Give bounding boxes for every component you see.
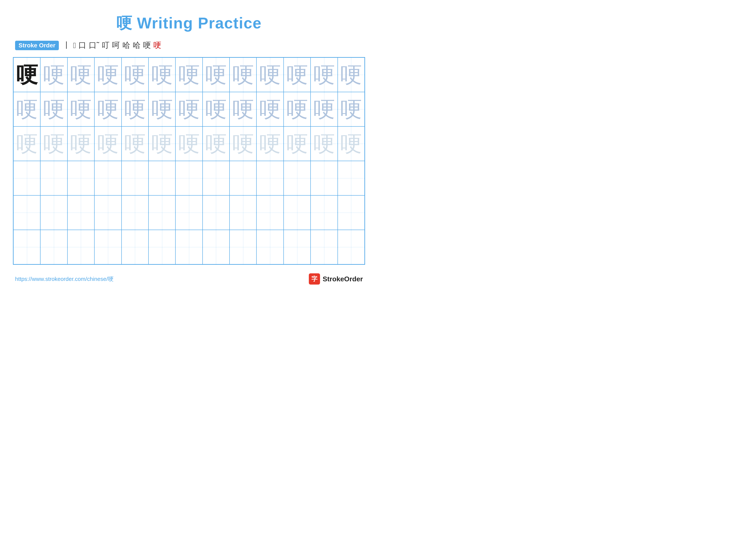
stroke-1: 丨 [63,40,70,51]
grid-cell[interactable]: 哽 [310,92,338,126]
brand-icon: 字 [309,273,320,285]
grid-cell[interactable] [202,195,230,230]
grid-cell[interactable] [14,161,40,195]
practice-grid: 哽哽哽哽哽哽哽哽哽哽哽哽哽哽哽哽哽哽哽哽哽哽哽哽哽哽哽哽哽哽哽哽哽哽哽哽哽哽哽 [13,57,365,265]
grid-cell[interactable] [148,195,176,230]
stroke-9: 哽 [143,40,151,51]
grid-cell[interactable]: 哽 [202,58,230,92]
grid-cell[interactable] [230,230,256,264]
grid-cell[interactable] [230,195,256,230]
grid-cell[interactable] [338,230,364,264]
stroke-order-row: Stroke Order 丨 𠃑 口 口˜ 叮 呵 哈 哈 哽 哽 [13,40,365,51]
grid-cell[interactable]: 哽 [256,92,284,126]
grid-cell[interactable] [14,230,40,264]
grid-cell[interactable]: 哽 [14,92,40,126]
grid-cell[interactable]: 哽 [122,92,148,126]
grid-cell[interactable] [202,161,230,195]
footer-url[interactable]: https://www.strokeorder.com/chinese/哽 [15,275,114,283]
grid-cell[interactable]: 哽 [94,58,121,92]
grid-cell[interactable]: 哽 [40,126,67,161]
grid-cell[interactable]: 哽 [148,126,176,161]
stroke-3: 口 [78,40,86,51]
grid-cell[interactable] [176,161,202,195]
grid-cell[interactable] [94,230,121,264]
grid-cell[interactable]: 哽 [122,126,148,161]
grid-cell[interactable] [40,161,67,195]
brand-name: StrokeOrder [323,275,363,283]
grid-cell[interactable]: 哽 [256,126,284,161]
grid-cell[interactable] [256,161,284,195]
footer: https://www.strokeorder.com/chinese/哽 字 … [13,273,365,285]
grid-cell[interactable]: 哽 [40,92,67,126]
grid-cell[interactable]: 哽 [176,126,202,161]
stroke-10-final: 哽 [153,40,161,51]
grid-cell[interactable]: 哽 [148,92,176,126]
page-title: 哽 Writing Practice [13,13,365,34]
stroke-sequence: 丨 𠃑 口 口˜ 叮 呵 哈 哈 哽 哽 [63,40,161,51]
grid-cell[interactable]: 哽 [68,58,94,92]
grid-cell[interactable] [338,195,364,230]
grid-cell[interactable] [40,195,67,230]
grid-cell[interactable]: 哽 [256,58,284,92]
stroke-order-badge: Stroke Order [15,41,59,50]
grid-cell[interactable]: 哽 [202,126,230,161]
grid-cell[interactable] [202,230,230,264]
grid-cell[interactable] [338,161,364,195]
grid-cell[interactable] [284,230,310,264]
grid-cell[interactable] [310,230,338,264]
grid-cell[interactable] [310,161,338,195]
grid-cell[interactable] [176,195,202,230]
grid-cell[interactable]: 哽 [122,58,148,92]
grid-cell[interactable]: 哽 [68,126,94,161]
grid-cell[interactable]: 哽 [94,92,121,126]
grid-cell[interactable] [310,195,338,230]
grid-cell[interactable]: 哽 [176,92,202,126]
grid-cell[interactable]: 哽 [68,92,94,126]
grid-cell[interactable] [148,161,176,195]
grid-cell[interactable] [68,161,94,195]
grid-cell[interactable]: 哽 [310,58,338,92]
grid-cell[interactable]: 哽 [148,58,176,92]
footer-brand: 字 StrokeOrder [309,273,363,285]
stroke-7: 哈 [122,40,130,51]
grid-cell[interactable]: 哽 [338,58,364,92]
grid-cell[interactable]: 哽 [230,58,256,92]
grid-cell[interactable] [68,230,94,264]
stroke-2: 𠃑 [73,41,76,50]
grid-cell[interactable]: 哽 [202,92,230,126]
grid-cell[interactable] [94,195,121,230]
grid-cell[interactable]: 哽 [230,92,256,126]
grid-cell[interactable]: 哽 [14,58,40,92]
grid-cell[interactable]: 哽 [284,126,310,161]
grid-cell[interactable]: 哽 [338,126,364,161]
grid-cell[interactable] [68,195,94,230]
grid-cell[interactable] [94,161,121,195]
stroke-4: 口˜ [89,40,99,51]
grid-cell[interactable] [176,230,202,264]
grid-cell[interactable]: 哽 [176,58,202,92]
stroke-8: 哈 [133,40,141,51]
stroke-6: 呵 [112,40,120,51]
grid-cell[interactable] [284,195,310,230]
grid-cell[interactable]: 哽 [230,126,256,161]
grid-cell[interactable] [122,195,148,230]
grid-cell[interactable]: 哽 [94,126,121,161]
grid-cell[interactable] [284,161,310,195]
grid-cell[interactable] [14,195,40,230]
grid-cell[interactable] [256,195,284,230]
grid-cell[interactable]: 哽 [284,92,310,126]
stroke-5: 叮 [102,40,109,51]
grid-cell[interactable] [256,230,284,264]
grid-cell[interactable] [40,230,67,264]
grid-cell[interactable]: 哽 [338,92,364,126]
grid-cell[interactable] [148,230,176,264]
grid-cell[interactable]: 哽 [310,126,338,161]
grid-cell[interactable] [122,230,148,264]
grid-cell[interactable]: 哽 [40,58,67,92]
grid-cell[interactable]: 哽 [284,58,310,92]
grid-cell[interactable] [230,161,256,195]
grid-cell[interactable]: 哽 [14,126,40,161]
grid-cell[interactable] [122,161,148,195]
